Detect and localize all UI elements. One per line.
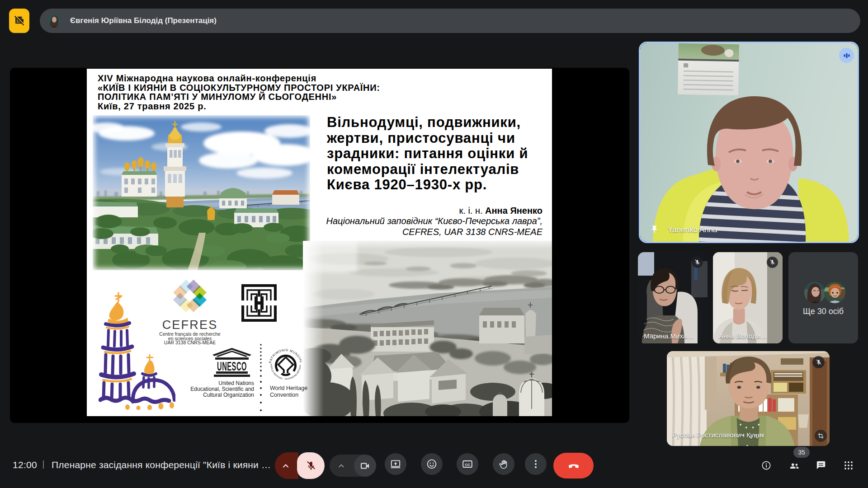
- svg-text:UNESCO: UNESCO: [217, 360, 247, 374]
- svg-text:CC: CC: [465, 463, 470, 467]
